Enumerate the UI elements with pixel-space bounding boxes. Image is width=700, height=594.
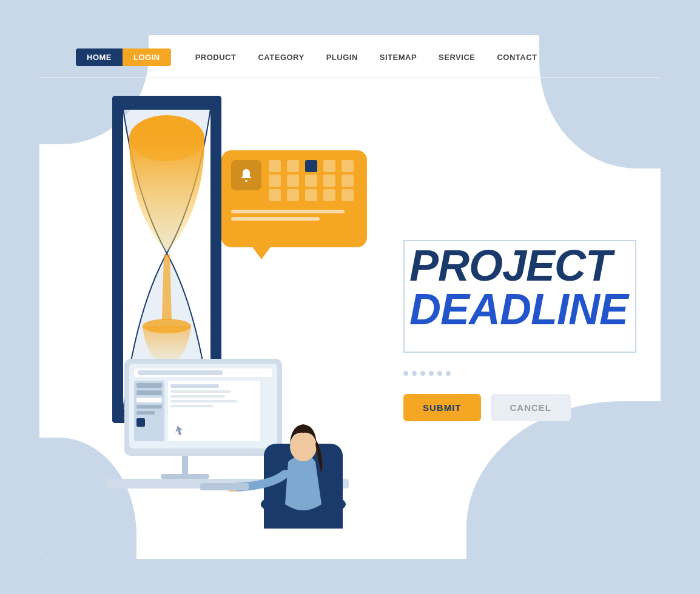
dot-4 — [429, 371, 434, 376]
svg-rect-18 — [136, 411, 155, 415]
title-box: PROJECT DEADLINE — [403, 240, 636, 353]
cal-cell — [305, 175, 317, 187]
svg-point-6 — [245, 180, 247, 182]
cal-cell — [269, 160, 281, 172]
desk-scene — [88, 298, 367, 529]
nav-plugin[interactable]: PLUGIN — [326, 53, 358, 62]
dot-6 — [446, 371, 451, 376]
svg-rect-20 — [168, 381, 260, 441]
nav-contact[interactable]: CONTACT — [497, 53, 537, 62]
navbar: HOME LOGIN PRODUCT CATEGORY PLUGIN SITEM… — [39, 35, 661, 78]
svg-rect-17 — [136, 405, 162, 409]
cal-cell — [269, 175, 281, 187]
cal-cell — [323, 160, 335, 172]
illustration-area — [64, 78, 379, 559]
button-row: SUBMIT CANCEL — [403, 394, 636, 421]
login-button[interactable]: LOGIN — [123, 48, 171, 66]
home-button[interactable]: HOME — [76, 48, 123, 66]
bubble-line-1 — [231, 210, 345, 213]
cal-cell — [287, 175, 299, 187]
bubble-lines — [231, 210, 357, 221]
nav-service[interactable]: SERVICE — [439, 53, 475, 62]
nav-sitemap[interactable]: SITEMAP — [380, 53, 417, 62]
svg-rect-12 — [138, 370, 223, 375]
submit-button[interactable]: SUBMIT — [403, 394, 481, 421]
notification-bubble — [221, 150, 367, 247]
nav-product[interactable]: PRODUCT — [195, 53, 237, 62]
cal-cell — [323, 189, 335, 201]
calendar-mini-grid — [269, 160, 357, 201]
svg-rect-15 — [136, 390, 162, 395]
dot-3 — [420, 371, 425, 376]
project-title: PROJECT — [409, 244, 630, 287]
inner-page: HOME LOGIN PRODUCT CATEGORY PLUGIN SITEM… — [39, 35, 661, 559]
nav-links: PRODUCT CATEGORY PLUGIN SITEMAP SERVICE … — [195, 53, 537, 62]
cancel-button[interactable]: CANCEL — [491, 394, 571, 421]
cal-cell-bookmark — [305, 160, 317, 172]
cal-cell — [287, 189, 299, 201]
svg-rect-16 — [136, 398, 162, 402]
right-content: PROJECT DEADLINE SUBMIT CANCEL — [379, 78, 636, 559]
svg-rect-8 — [161, 474, 209, 479]
cal-cell — [342, 189, 354, 201]
nav-category[interactable]: CATEGORY — [258, 53, 304, 62]
cal-cell — [323, 175, 335, 187]
cal-cell — [269, 189, 281, 201]
svg-rect-38 — [200, 483, 249, 490]
cal-cell — [305, 189, 317, 201]
svg-rect-14 — [136, 383, 162, 388]
dots-row — [403, 371, 636, 376]
cal-cell — [342, 160, 354, 172]
deadline-title: DEADLINE — [409, 287, 630, 331]
svg-rect-22 — [170, 390, 231, 393]
bubble-top — [231, 160, 357, 201]
bubble-line-2 — [231, 217, 320, 221]
svg-rect-23 — [170, 395, 225, 398]
svg-rect-24 — [170, 400, 237, 402]
cal-cell — [342, 175, 354, 187]
cal-cell — [287, 160, 299, 172]
main-content: PROJECT DEADLINE SUBMIT CANCEL — [39, 78, 661, 559]
dot-2 — [412, 371, 417, 376]
svg-rect-19 — [136, 418, 145, 427]
dot-1 — [403, 371, 408, 376]
outer-frame: HOME LOGIN PRODUCT CATEGORY PLUGIN SITEM… — [29, 24, 671, 570]
bell-icon — [231, 160, 261, 190]
dot-5 — [437, 371, 442, 376]
svg-rect-25 — [170, 405, 213, 407]
svg-rect-0 — [112, 96, 221, 109]
svg-point-37 — [290, 432, 317, 461]
svg-rect-21 — [170, 384, 219, 388]
